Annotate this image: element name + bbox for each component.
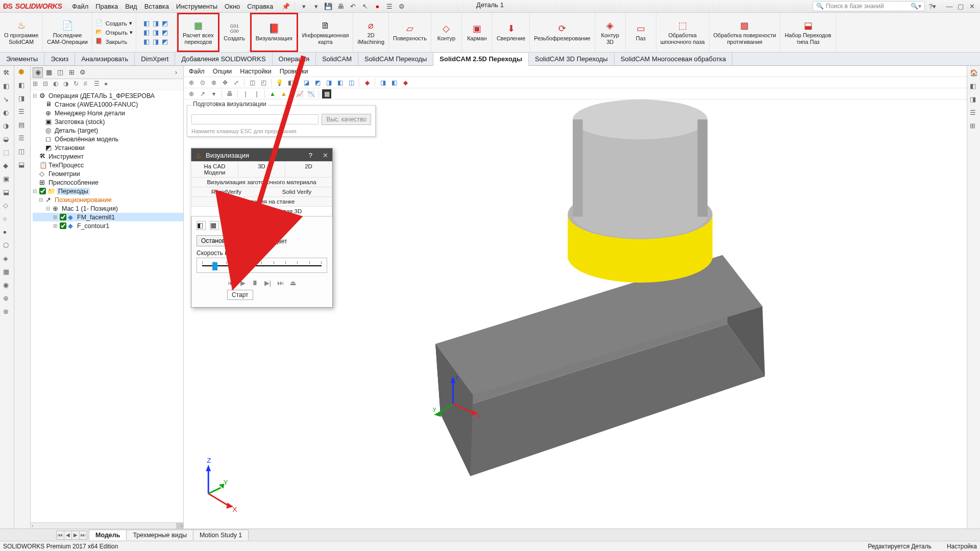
search-dropdown-icon[interactable]: 🔍▾ — [911, 3, 921, 10]
ribbon-surface[interactable]: ▱Поверхность — [389, 13, 431, 52]
viz-tab-volumetric[interactable]: Объемная симуляция для 3D — [191, 206, 332, 216]
tree-icon[interactable]: ↻ — [74, 80, 83, 89]
tree-item[interactable]: Переходы — [57, 188, 90, 195]
tool-icon[interactable]: ◈ — [3, 255, 11, 263]
tool-icon[interactable]: ⬓ — [3, 188, 11, 196]
pin-icon[interactable]: 📌 — [281, 2, 290, 11]
cmenu-file[interactable]: Файл — [189, 68, 205, 75]
viewport[interactable]: z x y Z X Y Подготовка визуализации — [184, 99, 967, 529]
bottom-tab-motion[interactable]: Motion Study 1 — [193, 530, 249, 540]
ribbon-visualization[interactable]: 📕Визуализация — [250, 13, 298, 52]
ribbon-calc-all[interactable]: ▦Расчет всех переходов — [177, 13, 219, 52]
prep-input[interactable] — [191, 114, 318, 124]
tool-icon[interactable]: ◇ — [3, 202, 11, 210]
tool-icon[interactable]: ◒ — [3, 135, 11, 143]
tool-icon[interactable]: ▣ — [3, 175, 11, 183]
viz-tab-cadmodel[interactable]: На CAD Модели — [191, 161, 238, 178]
tab-solidcam-multiaxis[interactable]: SolidCAM Многоосевая обработка — [615, 53, 733, 65]
pause-icon[interactable]: ⏸ — [252, 279, 258, 287]
tab-operation[interactable]: Операция — [273, 53, 316, 65]
next-icon[interactable]: ▶ — [71, 531, 80, 540]
minimize-icon[interactable]: — — [944, 3, 954, 10]
tool-icon[interactable]: ◆ — [3, 162, 11, 170]
tree-item[interactable]: Приспособление — [48, 179, 99, 186]
ribbon-drill[interactable]: ⬇Сверление — [493, 13, 530, 52]
bottom-tab-model[interactable]: Модель — [89, 530, 127, 540]
tool-icon[interactable]: ⬚ — [3, 148, 11, 157]
panel-icon[interactable]: ◫ — [18, 147, 27, 156]
rebuild-icon[interactable]: ● — [373, 2, 382, 11]
viz-tool-icon[interactable]: ▦ — [210, 221, 219, 230]
maximize-icon[interactable]: ▢ — [955, 3, 966, 10]
undo-icon[interactable]: ↶ — [348, 2, 357, 11]
chart-icon[interactable]: 📈 — [295, 89, 304, 98]
tab-dimxpert[interactable]: DimXpert — [135, 53, 175, 65]
view-icon[interactable]: ◧ — [286, 78, 295, 87]
menu-insert[interactable]: Вставка — [144, 3, 169, 10]
cube-icon[interactable]: ◨ — [153, 29, 161, 37]
ribbon-slot[interactable]: ▭Паз — [626, 13, 656, 52]
skip-end-icon[interactable]: ⏭ — [277, 279, 284, 287]
tree-scrollbar[interactable]: ‹› — [31, 522, 183, 529]
tree-item[interactable]: Станок (AWEA1000-FANUC) — [55, 101, 138, 108]
tool-icon[interactable]: ⊕ — [3, 294, 11, 303]
panel-icon[interactable]: ☰ — [970, 109, 978, 117]
open-doc-icon[interactable]: ▾ — [311, 2, 321, 11]
panel-icon[interactable]: ◨ — [970, 95, 978, 104]
play-icon[interactable]: ▶ — [240, 279, 246, 287]
tree-item[interactable]: Геометрии — [48, 170, 80, 178]
viz-tab-rapid[interactable]: RapidVerify — [191, 187, 262, 197]
one-color-checkbox[interactable]: Один цвет — [250, 237, 287, 245]
tool-icon[interactable]: ⬡ — [3, 241, 11, 249]
tree-item[interactable]: Обновлённая модель — [55, 136, 118, 143]
home-icon[interactable]: 🏠 — [970, 69, 978, 77]
ribbon-pocket[interactable]: ▣Карман — [462, 13, 493, 52]
cube-icon[interactable]: ◧ — [143, 19, 152, 28]
viz-help[interactable]: ? — [309, 152, 312, 159]
tree-tab-icon[interactable]: ⚙ — [78, 67, 88, 78]
view-icon[interactable]: ⊙ — [198, 78, 207, 87]
menu-file[interactable]: Файл — [72, 3, 88, 10]
view-icon[interactable]: ⤢ — [232, 78, 241, 87]
tab-solidcam-3d[interactable]: SolidCAM 3D Переходы — [529, 53, 615, 65]
tool-icon[interactable]: ◧ — [3, 82, 11, 90]
panel-icon[interactable]: ⬢ — [18, 68, 27, 76]
tree-item[interactable]: F_contour1 — [77, 222, 109, 230]
tab-sw-addins[interactable]: Добавления SOLIDWORKS — [175, 53, 272, 65]
tree-item[interactable]: Инструмент — [48, 153, 84, 160]
speed-slider[interactable] — [197, 258, 327, 273]
prev-icon[interactable]: ◀ — [64, 531, 72, 540]
bottom-tab-3dviews[interactable]: Трехмерные виды — [126, 530, 193, 540]
ribbon-new[interactable]: 📄Создать ▾ — [95, 19, 133, 28]
tool-icon[interactable]: | — [252, 89, 261, 98]
tree-tab-icon[interactable]: ◉ — [33, 67, 43, 78]
tool-icon[interactable]: ◉ — [3, 281, 11, 289]
menu-tools[interactable]: Инструменты — [176, 3, 217, 10]
menu-help[interactable]: Справка — [247, 3, 273, 10]
tab-sketch[interactable]: Эскиз — [44, 53, 75, 65]
step-fwd-icon[interactable]: ▶| — [264, 279, 271, 287]
tool-icon[interactable]: ● — [3, 228, 11, 236]
view-icon[interactable]: ◫ — [248, 78, 257, 87]
stop-button[interactable]: Остановить... — [197, 235, 244, 246]
ribbon-recent-ops[interactable]: 📄Последние CAM-Операции — [43, 13, 92, 52]
close-icon[interactable]: ✕ — [967, 3, 977, 10]
chart-icon[interactable]: 📉 — [306, 89, 315, 98]
new-doc-icon[interactable]: ▾ — [299, 2, 308, 11]
chevron-right-icon[interactable]: › — [171, 67, 181, 78]
tree-item[interactable]: Менеджер Ноля детали — [55, 110, 125, 117]
viz-close-icon[interactable]: ✕ — [323, 152, 328, 159]
panel-icon[interactable]: ▤ — [18, 121, 27, 129]
tree-icon[interactable]: ⊟ — [43, 80, 52, 89]
help-icon[interactable]: ?▾ — [928, 2, 937, 11]
tree-item[interactable]: ТехПроцесс — [48, 162, 84, 169]
cube-icon[interactable]: ◨ — [378, 78, 387, 87]
view-icon[interactable]: ⊗ — [209, 78, 218, 87]
tab-solidcam-transitions[interactable]: SolidCAM Переходы — [358, 53, 433, 65]
cube-icon[interactable]: ◩ — [162, 29, 170, 37]
ribbon-open[interactable]: 📂Открыть ▾ — [95, 29, 133, 37]
tree-checkbox[interactable] — [39, 188, 46, 194]
feature-tree[interactable]: ⊟⚙Операция (ДЕТАЛЬ 1_ФРЕЗЕРОВА 🖥Станок (… — [31, 90, 183, 522]
tab-solidcam-25d[interactable]: SolidCAM 2.5D Переходы — [433, 53, 529, 66]
cube-icon[interactable]: ◩ — [162, 19, 170, 28]
